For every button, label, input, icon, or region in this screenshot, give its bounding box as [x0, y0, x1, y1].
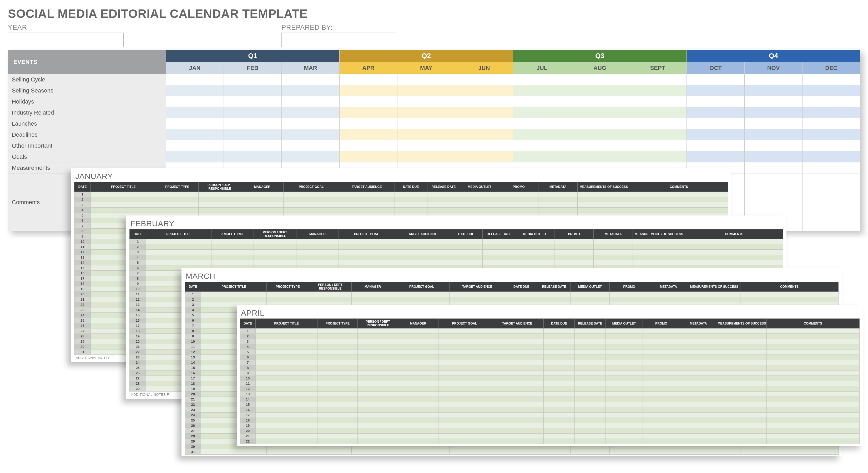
overview-cell[interactable] — [513, 118, 571, 129]
detail-cell[interactable] — [427, 208, 460, 213]
overview-cell[interactable] — [455, 129, 513, 140]
detail-cell[interactable] — [538, 197, 578, 202]
overview-cell[interactable] — [397, 107, 455, 118]
overview-cell[interactable] — [745, 129, 803, 140]
overview-cell[interactable] — [803, 118, 860, 129]
overview-cell[interactable] — [513, 96, 571, 107]
detail-cell[interactable] — [538, 202, 578, 208]
overview-cell[interactable] — [340, 129, 397, 140]
overview-cell[interactable] — [803, 129, 860, 140]
detail-cell[interactable] — [156, 202, 198, 208]
detail-cell[interactable] — [241, 197, 283, 202]
overview-cell[interactable] — [166, 118, 224, 129]
detail-cell[interactable] — [395, 208, 427, 213]
overview-cell[interactable] — [166, 96, 224, 107]
detail-cell[interactable] — [283, 208, 339, 213]
prepared-by-input[interactable] — [281, 33, 397, 47]
overview-cell[interactable] — [397, 96, 455, 107]
overview-cell[interactable] — [455, 74, 513, 85]
overview-cell[interactable] — [166, 151, 224, 162]
detail-cell[interactable] — [241, 208, 283, 213]
overview-cell[interactable] — [745, 140, 803, 151]
detail-cell[interactable] — [91, 197, 156, 202]
overview-comments-cell[interactable] — [803, 173, 860, 231]
overview-cell[interactable] — [282, 118, 340, 129]
overview-cell[interactable] — [166, 107, 224, 118]
overview-cell[interactable] — [571, 74, 629, 85]
overview-cell[interactable] — [687, 129, 745, 140]
detail-cell[interactable] — [156, 192, 198, 197]
overview-cell[interactable] — [397, 140, 455, 151]
detail-cell[interactable] — [460, 197, 499, 202]
detail-cell[interactable] — [283, 197, 339, 202]
overview-cell[interactable] — [571, 85, 629, 96]
detail-cell[interactable] — [395, 202, 427, 208]
overview-cell[interactable] — [571, 140, 629, 151]
overview-cell[interactable] — [629, 74, 687, 85]
detail-cell[interactable] — [578, 192, 630, 197]
overview-cell[interactable] — [224, 85, 282, 96]
detail-cell[interactable] — [339, 197, 395, 202]
overview-cell[interactable] — [803, 85, 860, 96]
overview-cell[interactable] — [687, 140, 745, 151]
overview-cell[interactable] — [571, 129, 629, 140]
overview-cell[interactable] — [571, 96, 629, 107]
overview-cell[interactable] — [397, 151, 455, 162]
overview-cell[interactable] — [282, 96, 340, 107]
overview-cell[interactable] — [803, 162, 860, 173]
detail-cell[interactable] — [427, 192, 460, 197]
detail-cell[interactable] — [91, 202, 156, 208]
detail-cell[interactable] — [630, 208, 728, 213]
detail-cell[interactable] — [499, 208, 538, 213]
overview-cell[interactable] — [513, 74, 571, 85]
overview-cell[interactable] — [803, 96, 860, 107]
overview-cell[interactable] — [745, 85, 803, 96]
detail-cell[interactable] — [460, 202, 499, 208]
overview-cell[interactable] — [166, 140, 224, 151]
overview-cell[interactable] — [224, 96, 282, 107]
overview-cell[interactable] — [282, 151, 340, 162]
overview-cell[interactable] — [282, 129, 340, 140]
overview-cell[interactable] — [629, 107, 687, 118]
detail-cell[interactable] — [460, 208, 499, 213]
detail-cell[interactable] — [339, 202, 395, 208]
detail-cell[interactable] — [339, 208, 395, 213]
detail-cell[interactable] — [283, 192, 339, 197]
overview-cell[interactable] — [455, 96, 513, 107]
overview-cell[interactable] — [687, 107, 745, 118]
overview-cell[interactable] — [282, 74, 340, 85]
detail-cell[interactable] — [460, 192, 499, 197]
detail-cell[interactable] — [578, 208, 630, 213]
overview-cell[interactable] — [571, 118, 629, 129]
detail-cell[interactable] — [499, 197, 538, 202]
overview-cell[interactable] — [340, 85, 397, 96]
detail-cell[interactable] — [499, 192, 538, 197]
overview-cell[interactable] — [340, 140, 397, 151]
detail-cell[interactable] — [91, 192, 156, 197]
overview-cell[interactable] — [397, 129, 455, 140]
overview-cell[interactable] — [629, 140, 687, 151]
overview-cell[interactable] — [340, 74, 397, 85]
overview-cell[interactable] — [513, 107, 571, 118]
detail-cell[interactable] — [578, 197, 630, 202]
overview-cell[interactable] — [803, 140, 860, 151]
detail-cell[interactable] — [156, 197, 198, 202]
overview-cell[interactable] — [397, 74, 455, 85]
overview-cell[interactable] — [513, 151, 571, 162]
overview-cell[interactable] — [803, 74, 860, 85]
overview-cell[interactable] — [571, 151, 629, 162]
detail-cell[interactable] — [538, 208, 578, 213]
overview-cell[interactable] — [282, 140, 340, 151]
overview-cell[interactable] — [340, 107, 397, 118]
detail-cell[interactable] — [538, 192, 578, 197]
overview-cell[interactable] — [340, 151, 397, 162]
overview-cell[interactable] — [629, 129, 687, 140]
overview-cell[interactable] — [745, 118, 803, 129]
detail-cell[interactable] — [156, 208, 198, 213]
overview-cell[interactable] — [687, 85, 745, 96]
overview-cell[interactable] — [745, 74, 803, 85]
overview-cell[interactable] — [745, 96, 803, 107]
overview-cell[interactable] — [282, 85, 340, 96]
overview-cell[interactable] — [166, 74, 224, 85]
detail-cell[interactable] — [630, 197, 728, 202]
